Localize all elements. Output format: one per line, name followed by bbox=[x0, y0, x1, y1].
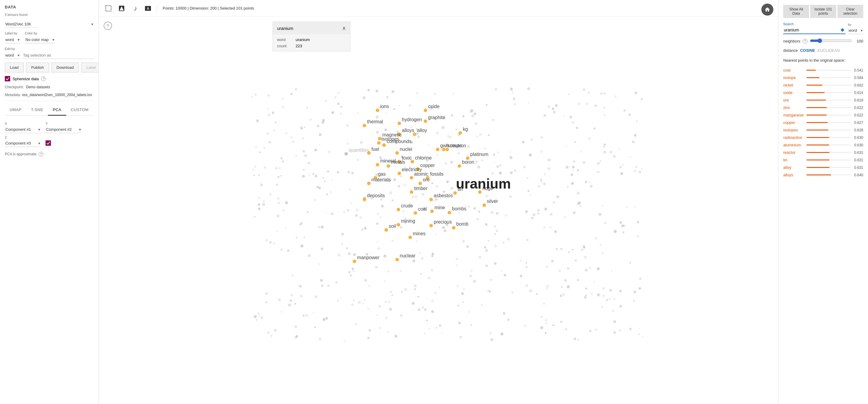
svg-point-237 bbox=[376, 115, 378, 118]
svg-point-183 bbox=[308, 255, 311, 257]
x-select-wrap[interactable]: Component #1 ▾ bbox=[5, 126, 41, 133]
show-all-data-button[interactable]: Show All Data bbox=[783, 5, 809, 18]
svg-point-531 bbox=[629, 156, 631, 158]
dataset-select[interactable]: Word2Vec 10K bbox=[5, 21, 37, 28]
z-select-wrap[interactable]: Component #3 ▾ bbox=[5, 140, 41, 147]
svg-point-209 bbox=[428, 328, 430, 330]
svg-point-394 bbox=[497, 152, 499, 153]
z-axis-checkbox[interactable] bbox=[45, 140, 51, 146]
nearest-item-name[interactable]: coal bbox=[783, 68, 805, 72]
nearest-item-name[interactable]: alloys bbox=[783, 173, 805, 177]
tab-pca[interactable]: PCA bbox=[48, 104, 66, 115]
svg-point-426 bbox=[417, 136, 420, 138]
tooltip-close-icon[interactable]: ∧ bbox=[342, 25, 346, 31]
nearest-item-name[interactable]: radioactive bbox=[783, 135, 805, 140]
tooltip-card: uranium ∧ word uranium count 223 bbox=[273, 22, 350, 52]
label-text-icon[interactable]: A bbox=[143, 4, 153, 13]
svg-point-105 bbox=[573, 211, 576, 214]
download-button[interactable]: Download bbox=[52, 63, 79, 72]
edit-by-select-wrap[interactable]: word ▾ bbox=[5, 52, 20, 59]
distance-cosine-option[interactable]: COSINE bbox=[800, 48, 815, 53]
svg-text:nuclei: nuclei bbox=[400, 147, 412, 152]
svg-point-386 bbox=[318, 338, 321, 341]
publish-button[interactable]: Publish bbox=[26, 63, 49, 72]
nearest-item-name[interactable]: zinc bbox=[783, 105, 805, 110]
y-select[interactable]: Component #2 bbox=[45, 126, 82, 133]
clear-selection-button[interactable]: Clear selection bbox=[837, 5, 863, 18]
svg-point-59 bbox=[491, 211, 494, 214]
nearest-item-name[interactable]: isotope bbox=[783, 75, 805, 80]
svg-text:precious: precious bbox=[434, 220, 452, 225]
svg-point-420 bbox=[555, 104, 557, 106]
svg-point-546 bbox=[496, 230, 498, 232]
pca-approx-help-icon[interactable]: ? bbox=[39, 152, 43, 157]
svg-point-648 bbox=[445, 148, 449, 152]
nearest-item-score: 0.584 bbox=[852, 76, 863, 80]
night-mode-icon[interactable] bbox=[117, 4, 126, 13]
label-by-select-wrap[interactable]: word ▾ bbox=[5, 36, 20, 43]
svg-point-574 bbox=[520, 260, 522, 262]
label-by-select[interactable]: word bbox=[5, 36, 20, 43]
home-button[interactable] bbox=[762, 4, 773, 15]
svg-point-466 bbox=[428, 144, 429, 146]
sphereize-help-icon[interactable]: ? bbox=[41, 76, 46, 81]
selection-rect-icon[interactable] bbox=[104, 4, 113, 13]
nearest-item-name[interactable]: nickel bbox=[783, 83, 805, 88]
by-select[interactable]: word bbox=[848, 27, 863, 34]
svg-point-479 bbox=[419, 252, 421, 254]
svg-point-288 bbox=[520, 275, 522, 277]
sphereize-checkbox[interactable] bbox=[5, 76, 10, 81]
isolate-points-button[interactable]: Isolate 101 points bbox=[810, 5, 836, 18]
svg-point-103 bbox=[492, 172, 494, 174]
nearest-item-name[interactable]: tin bbox=[783, 158, 805, 162]
tab-umap[interactable]: UMAP bbox=[5, 104, 26, 115]
svg-point-284 bbox=[636, 120, 638, 122]
svg-point-225 bbox=[462, 240, 465, 243]
tab-custom[interactable]: CUSTOM bbox=[66, 104, 93, 115]
tab-t-sne[interactable]: T-SNE bbox=[26, 104, 48, 115]
moon-icon[interactable] bbox=[130, 4, 140, 13]
svg-point-172 bbox=[256, 120, 259, 122]
svg-point-440 bbox=[344, 340, 345, 342]
neighbors-help-icon[interactable]: ? bbox=[803, 39, 807, 44]
dataset-select-wrap[interactable]: Word2Vec 10K ▾ bbox=[5, 21, 94, 28]
tooltip-count-val: 223 bbox=[296, 44, 302, 48]
nearest-item-name[interactable]: alloy bbox=[783, 165, 805, 170]
load-button[interactable]: Load bbox=[5, 63, 24, 72]
x-select[interactable]: Component #1 bbox=[5, 126, 41, 133]
svg-point-215 bbox=[633, 291, 637, 294]
svg-point-384 bbox=[292, 141, 294, 142]
svg-point-155 bbox=[273, 242, 275, 244]
svg-point-295 bbox=[510, 171, 513, 174]
svg-point-545 bbox=[318, 226, 320, 228]
color-by-select-wrap[interactable]: No color map ▾ bbox=[25, 36, 55, 43]
svg-point-618 bbox=[387, 164, 390, 168]
distance-euclidean-option[interactable]: EUCLIDEAN bbox=[817, 48, 840, 53]
scatter-plot[interactable]: ionsthermalhydrogengraphiteoxidemagnetic… bbox=[99, 17, 778, 404]
y-select-wrap[interactable]: Component #2 ▾ bbox=[45, 126, 82, 133]
edit-by-select[interactable]: word bbox=[5, 52, 20, 59]
svg-point-102 bbox=[403, 210, 404, 212]
svg-point-425 bbox=[264, 166, 266, 168]
svg-point-121 bbox=[267, 332, 270, 334]
z-select[interactable]: Component #3 bbox=[5, 140, 41, 147]
svg-text:ions: ions bbox=[380, 104, 389, 109]
color-by-select[interactable]: No color map bbox=[25, 36, 55, 43]
svg-point-645 bbox=[453, 191, 457, 195]
nearest-item-name[interactable]: ore bbox=[783, 98, 805, 102]
nearest-item-name[interactable]: isotopes bbox=[783, 128, 805, 132]
svg-point-585 bbox=[567, 186, 568, 188]
nearest-item-name[interactable]: oxide bbox=[783, 90, 805, 95]
svg-point-135 bbox=[306, 107, 308, 109]
by-select-wrap[interactable]: word ▾ bbox=[848, 27, 863, 34]
nearest-item-name[interactable]: reactor bbox=[783, 150, 805, 155]
neighbors-slider[interactable] bbox=[810, 38, 852, 43]
svg-point-57 bbox=[281, 158, 282, 159]
search-input[interactable] bbox=[783, 26, 840, 34]
svg-point-174 bbox=[624, 109, 625, 111]
nearest-item-name[interactable]: copper bbox=[783, 120, 805, 125]
nearest-item-name[interactable]: aluminium bbox=[783, 143, 805, 147]
tag-selection-input[interactable] bbox=[23, 52, 94, 59]
svg-text:graphite: graphite bbox=[428, 115, 445, 120]
nearest-item-name[interactable]: manganese bbox=[783, 113, 805, 117]
